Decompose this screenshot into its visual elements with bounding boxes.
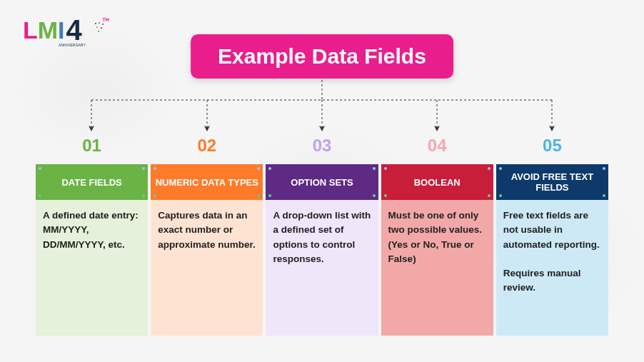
- card-number: 01: [82, 136, 101, 156]
- card-header-text: OPTION SETS: [291, 177, 353, 188]
- card-numeric-types: 02 NUMERIC DATA TYPES Captures data in a…: [151, 164, 263, 336]
- corner-dot-icon: [499, 194, 502, 197]
- logo-digit-4: 4: [66, 14, 82, 46]
- card-body: A defined date entry: MM/YYYY, DD/MM/YYY…: [36, 200, 148, 336]
- card-header: DATE FIELDS: [36, 164, 148, 200]
- logo-th: TH: [102, 17, 109, 22]
- card-number: 02: [197, 136, 216, 156]
- card-header-text: AVOID FREE TEXT FIELDS: [500, 171, 604, 193]
- card-body: Free text fields are not usable in autom…: [496, 200, 608, 336]
- corner-dot-icon: [499, 167, 502, 170]
- corner-dot-icon: [154, 167, 156, 170]
- logo-40: 40 TH: [66, 16, 102, 44]
- corner-dot-icon: [603, 194, 605, 197]
- card-body: Captures data in an exact number or appr…: [151, 200, 263, 336]
- logo: L M I 40 TH ANNIVERSARY: [23, 16, 102, 44]
- card-header: AVOID FREE TEXT FIELDS: [496, 164, 608, 200]
- corner-dot-icon: [257, 194, 260, 197]
- card-date-fields: 01 DATE FIELDS A defined date entry: MM/…: [36, 164, 148, 336]
- card-body: A drop-down list with a defined set of o…: [266, 200, 378, 336]
- corner-dot-icon: [142, 194, 145, 197]
- card-header-text: DATE FIELDS: [61, 177, 121, 188]
- corner-dot-icon: [154, 194, 156, 197]
- page-title: Example Data Fields: [191, 34, 453, 79]
- logo-dots-icon: [94, 21, 108, 36]
- logo-letter-l: L: [23, 16, 38, 44]
- card-number: 05: [543, 136, 562, 156]
- corner-dot-icon: [39, 194, 41, 197]
- card-number: 03: [313, 136, 332, 156]
- card-header-text: NUMERIC DATA TYPES: [156, 177, 258, 188]
- corner-dot-icon: [142, 167, 145, 170]
- corner-dot-icon: [603, 167, 605, 170]
- corner-dot-icon: [384, 167, 387, 170]
- logo-anniversary: ANNIVERSARY: [59, 43, 86, 47]
- corner-dot-icon: [488, 167, 490, 170]
- card-avoid-free-text: 05 AVOID FREE TEXT FIELDS Free text fiel…: [496, 164, 608, 336]
- corner-dot-icon: [384, 194, 387, 197]
- corner-dot-icon: [373, 167, 376, 170]
- card-number: 04: [428, 136, 447, 156]
- page-title-text: Example Data Fields: [218, 44, 426, 68]
- cards-row: 01 DATE FIELDS A defined date entry: MM/…: [36, 164, 608, 336]
- corner-dot-icon: [39, 167, 41, 170]
- card-body: Must be one of only two possible values.…: [381, 200, 493, 336]
- card-boolean: 04 BOOLEAN Must be one of only two possi…: [381, 164, 493, 336]
- corner-dot-icon: [373, 194, 376, 197]
- corner-dot-icon: [268, 194, 271, 197]
- logo-lmi-text: L M I: [23, 16, 65, 44]
- corner-dot-icon: [257, 167, 260, 170]
- corner-dot-icon: [268, 167, 271, 170]
- corner-dot-icon: [488, 194, 490, 197]
- card-header: OPTION SETS: [266, 164, 378, 200]
- card-header-text: BOOLEAN: [414, 177, 461, 188]
- card-header: BOOLEAN: [381, 164, 493, 200]
- card-option-sets: 03 OPTION SETS A drop-down list with a d…: [266, 164, 378, 336]
- logo-letter-m: M: [38, 16, 58, 44]
- card-header: NUMERIC DATA TYPES: [151, 164, 263, 200]
- logo-letter-i: I: [58, 16, 64, 44]
